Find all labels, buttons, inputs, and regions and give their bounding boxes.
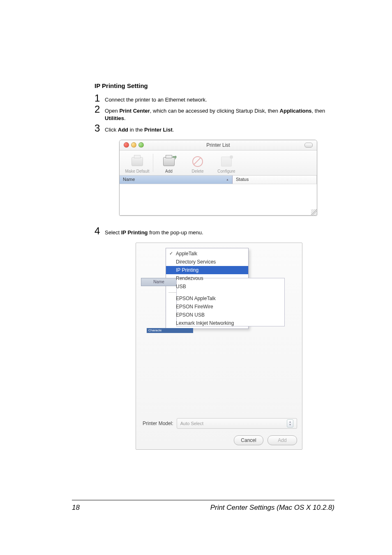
t: Click bbox=[105, 127, 118, 133]
configure-button: Configure bbox=[212, 155, 241, 173]
step-1: 1 Connect the printer to an Ethernet net… bbox=[95, 93, 326, 104]
step-number: 3 bbox=[95, 123, 105, 133]
footer-title: Print Center Settings (Mac OS X 10.2.8) bbox=[210, 504, 334, 512]
menu-item-appletalk[interactable]: AppleTalk bbox=[166, 250, 248, 258]
toolbar-label: Configure bbox=[212, 169, 241, 173]
step-4: 4 Select IP Printing from the pop-up men… bbox=[95, 226, 326, 236]
menu-item-ip-printing[interactable]: IP Printing bbox=[166, 266, 248, 274]
printer-icon bbox=[123, 155, 152, 168]
toolbar-separator bbox=[153, 154, 153, 172]
toolbar-toggle-icon[interactable] bbox=[304, 143, 313, 148]
menu-item-rendezvous[interactable]: Rendezvous bbox=[166, 274, 248, 282]
delete-button: Delete bbox=[183, 155, 212, 173]
toolbar-label: Delete bbox=[183, 169, 212, 173]
delete-icon bbox=[183, 155, 212, 168]
add-button: Add bbox=[267, 435, 297, 445]
printer-model-select[interactable]: Auto Select ▲▼ bbox=[177, 418, 297, 429]
add-printer-sheet: Name Characte AppleTalk Directory Servic… bbox=[136, 243, 302, 450]
printer-list-window: Printer List Make Default Add Delete Con… bbox=[119, 140, 317, 216]
section-heading: IP Printing Setting bbox=[95, 82, 326, 89]
cancel-button[interactable]: Cancel bbox=[234, 435, 263, 445]
t: Printer List bbox=[144, 127, 173, 133]
button-row: Cancel Add bbox=[141, 435, 297, 445]
menu-item-usb[interactable]: USB bbox=[166, 282, 248, 291]
column-header-row: Name Status bbox=[120, 176, 317, 184]
chevron-updown-icon: ▲▼ bbox=[287, 419, 293, 428]
menu-item-epson-firewire[interactable]: EPSON FireWire bbox=[166, 303, 248, 311]
page-number: 18 bbox=[72, 504, 80, 512]
toolbar-label: Make Default bbox=[123, 169, 152, 173]
make-default-button: Make Default bbox=[123, 155, 152, 173]
t: Applications bbox=[280, 108, 312, 114]
printer-model-label: Printer Model: bbox=[143, 421, 173, 426]
step-text: Select IP Printing from the pop-up menu. bbox=[105, 226, 203, 236]
step-text: Connect the printer to an Ethernet netwo… bbox=[105, 93, 207, 104]
window-title: Printer List bbox=[120, 142, 317, 148]
page-footer: 18 Print Center Settings (Mac OS X 10.2.… bbox=[72, 500, 334, 512]
toolbar: Make Default Add Delete Configure bbox=[120, 150, 317, 176]
printer-model-value: Auto Select bbox=[180, 421, 203, 426]
step-2: 2 Open Print Center, which can be access… bbox=[95, 104, 326, 122]
add-button[interactable]: Add bbox=[154, 155, 183, 173]
step-number: 4 bbox=[95, 226, 105, 236]
t: . bbox=[124, 115, 126, 121]
t: . bbox=[173, 127, 174, 133]
column-status-header[interactable]: Status bbox=[233, 176, 317, 184]
t: Open bbox=[105, 108, 119, 114]
t: IP Printing bbox=[121, 229, 148, 236]
step-text: Open Print Center, which can be accessed… bbox=[105, 104, 326, 122]
character-set-row: Characte bbox=[147, 328, 193, 333]
menu-item-epson-usb[interactable]: EPSON USB bbox=[166, 311, 248, 319]
configure-icon bbox=[212, 155, 241, 168]
t: in the bbox=[128, 127, 144, 133]
step-3: 3 Click Add in the Printer List. bbox=[95, 123, 326, 134]
t: , which can be accessed by clicking Star… bbox=[150, 108, 280, 114]
t: Select bbox=[105, 229, 121, 236]
column-name-header[interactable]: Name bbox=[120, 176, 233, 184]
step-text: Click Add in the Printer List. bbox=[105, 123, 174, 134]
steps-list: 1 Connect the printer to an Ethernet net… bbox=[95, 93, 326, 134]
t: Print Center bbox=[119, 108, 150, 114]
t: Utilities bbox=[105, 115, 124, 121]
menu-item-epson-appletalk[interactable]: EPSON AppleTalk bbox=[166, 294, 248, 303]
connection-type-menu[interactable]: AppleTalk Directory Services IP Printing… bbox=[166, 248, 249, 329]
printer-list-body bbox=[120, 184, 317, 215]
toolbar-label: Add bbox=[154, 169, 183, 173]
step-number: 1 bbox=[95, 93, 105, 103]
add-printer-icon bbox=[154, 155, 183, 168]
t: Add bbox=[118, 127, 128, 133]
titlebar: Printer List bbox=[120, 140, 317, 150]
t: from the pop-up menu. bbox=[148, 229, 203, 236]
printer-model-row: Printer Model: Auto Select ▲▼ bbox=[141, 416, 297, 433]
menu-item-directory-services[interactable]: Directory Services bbox=[166, 258, 248, 266]
t: , then bbox=[312, 108, 325, 114]
step-number: 2 bbox=[95, 104, 105, 114]
menu-item-lexmark[interactable]: Lexmark Inkjet Networking bbox=[166, 319, 248, 327]
